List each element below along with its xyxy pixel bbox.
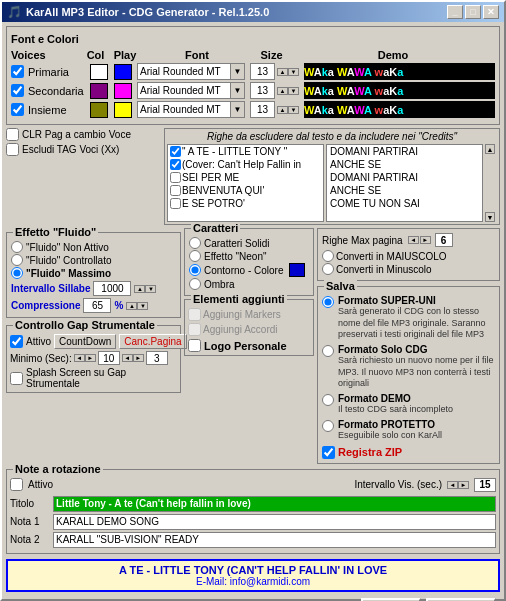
compressione-up[interactable]: ▲ xyxy=(126,302,137,310)
salva-radio-1-input[interactable] xyxy=(322,345,334,357)
font-colori-section: Font e Colori Voices Col Play Font Size … xyxy=(6,26,500,125)
righe-left-item-1[interactable]: (Cover: Can't Help Fallin in xyxy=(168,158,323,171)
righe-max-inc[interactable]: ► xyxy=(420,236,431,244)
logo-checkbox[interactable] xyxy=(188,339,201,352)
clr-pag-checkbox[interactable] xyxy=(6,128,19,141)
secondaria-size-up[interactable]: ▲ xyxy=(277,87,288,95)
righe-right-item-0[interactable]: DOMANI PARTIRAI xyxy=(327,145,482,158)
insieme-play-color[interactable] xyxy=(114,102,132,118)
caratteri-radio-2-label: Effetto "Neon" xyxy=(204,251,267,262)
gap-input[interactable] xyxy=(146,351,168,365)
righe-right-item-4[interactable]: COME TU NON SAI xyxy=(327,197,482,210)
annulla-button[interactable]: Annulla xyxy=(361,598,421,602)
scroll-up-btn[interactable]: ▲ xyxy=(485,144,495,154)
righe-left-check-0[interactable] xyxy=(170,146,181,157)
righe-scrollbar[interactable]: ▲ ▼ xyxy=(485,144,497,222)
righe-left-check-4[interactable] xyxy=(170,198,181,209)
elementi-section: Elementi aggiunti Aggiungi Markers Aggiu… xyxy=(184,299,314,356)
salva-radio-0-input[interactable] xyxy=(322,296,334,308)
righe-left-check-1[interactable] xyxy=(170,159,181,170)
righe-right-item-2[interactable]: DOMANI PARTIRAI xyxy=(327,171,482,184)
intervallo-up[interactable]: ▲ xyxy=(134,285,145,293)
secondaria-size-down[interactable]: ▼ xyxy=(288,87,299,95)
gap-dec[interactable]: ◄ xyxy=(122,354,133,362)
primaria-demo-text: WAka WAWA waKa xyxy=(304,66,403,78)
caratteri-radio-4-input[interactable] xyxy=(189,278,201,290)
minimo-input[interactable] xyxy=(98,351,120,365)
insieme-size-input[interactable] xyxy=(250,101,275,118)
insieme-font-select[interactable]: Arial Rounded MT xyxy=(137,101,245,118)
compressione-down[interactable]: ▼ xyxy=(137,302,148,310)
righe-max-dec[interactable]: ◄ xyxy=(408,236,419,244)
maximize-button[interactable]: □ xyxy=(465,5,481,19)
accordi-checkbox[interactable] xyxy=(188,323,201,336)
note-nota2-input[interactable] xyxy=(53,532,496,548)
fluido-radio-2-input[interactable] xyxy=(11,254,23,266)
minimo-inc[interactable]: ► xyxy=(85,354,96,362)
insieme-size-up[interactable]: ▲ xyxy=(277,106,288,114)
righe-right-item-3[interactable]: ANCHE SE xyxy=(327,184,482,197)
righe-right-item-1[interactable]: ANCHE SE xyxy=(327,158,482,171)
insieme-size-down[interactable]: ▼ xyxy=(288,106,299,114)
registra-zip-row: Registra ZIP xyxy=(322,446,495,459)
righe-left-check-3[interactable] xyxy=(170,185,181,196)
canc-pagina-button[interactable]: Canc.Pagina xyxy=(119,334,186,349)
note-intervallo-dec[interactable]: ◄ xyxy=(447,481,458,489)
secondaria-checkbox[interactable] xyxy=(11,84,24,97)
escludi-tag-checkbox[interactable] xyxy=(6,143,19,156)
insieme-checkbox[interactable] xyxy=(11,103,24,116)
secondaria-play-color[interactable] xyxy=(114,83,132,99)
salva-radio-3-input[interactable] xyxy=(322,420,334,432)
note-title: Note a rotazione xyxy=(13,463,103,475)
countdown-button[interactable]: CountDown xyxy=(54,334,116,349)
play-header: Play xyxy=(110,49,140,61)
primaria-size-input[interactable] xyxy=(250,63,275,80)
secondaria-col-color[interactable] xyxy=(90,83,108,99)
salva-radio-1: Formato Solo CDG Sarà richiesto un nuovo… xyxy=(322,344,495,390)
compressione-input[interactable] xyxy=(83,298,111,313)
splash-checkbox[interactable] xyxy=(10,372,23,385)
note-titolo-input[interactable] xyxy=(53,496,496,512)
secondaria-size-input[interactable] xyxy=(250,82,275,99)
righe-left-item-0[interactable]: " A TE - LITTLE TONY " xyxy=(168,145,323,158)
intervallo-input[interactable] xyxy=(93,281,131,296)
intervallo-down[interactable]: ▼ xyxy=(145,285,156,293)
minimo-dec[interactable]: ◄ xyxy=(74,354,85,362)
scroll-down-btn[interactable]: ▼ xyxy=(485,212,495,222)
registra-zip-checkbox[interactable] xyxy=(322,446,335,459)
insieme-col-color[interactable] xyxy=(90,102,108,118)
note-nota1-input[interactable] xyxy=(53,514,496,530)
righe-left-item-3[interactable]: BENVENUTA QUI' xyxy=(168,184,323,197)
markers-checkbox[interactable] xyxy=(188,308,201,321)
minuscolo-radio[interactable] xyxy=(322,263,334,275)
secondaria-font-select[interactable]: Arial Rounded MT xyxy=(137,82,245,99)
fluido-radio-3-input[interactable] xyxy=(11,267,23,279)
caratteri-radio-1-input[interactable] xyxy=(189,237,201,249)
primaria-size-up[interactable]: ▲ xyxy=(277,68,288,76)
elementi-title: Elementi aggiunti xyxy=(191,293,287,305)
compressione-pct: % xyxy=(114,300,123,311)
attivo-checkbox[interactable] xyxy=(10,335,23,348)
gap-inc[interactable]: ► xyxy=(133,354,144,362)
caratteri-radio-3-input[interactable] xyxy=(189,264,201,276)
righe-left-item-2[interactable]: SEI PER ME xyxy=(168,171,323,184)
primaria-play-color[interactable] xyxy=(114,64,132,80)
note-attivo-checkbox[interactable] xyxy=(10,478,23,491)
fluido-radio-1-input[interactable] xyxy=(11,241,23,253)
primaria-checkbox[interactable] xyxy=(11,65,24,78)
status-email: E-Mail: info@karmidi.com xyxy=(13,576,493,587)
fluido-radio-3: "Fluido" Massimo xyxy=(11,267,176,279)
note-intervallo-inc[interactable]: ► xyxy=(458,481,469,489)
primaria-col-color[interactable] xyxy=(90,64,108,80)
primaria-size-down[interactable]: ▼ xyxy=(288,68,299,76)
close-button[interactable]: ✕ xyxy=(483,5,499,19)
esegui-button[interactable]: Esegui xyxy=(426,598,496,602)
caratteri-radio-2-input[interactable] xyxy=(189,250,201,262)
righe-left-check-2[interactable] xyxy=(170,172,181,183)
maiuscolo-radio[interactable] xyxy=(322,250,334,262)
minimize-button[interactable]: _ xyxy=(447,5,463,19)
righe-left-item-4[interactable]: E SE POTRO' xyxy=(168,197,323,210)
salva-radio-2-input[interactable] xyxy=(322,394,334,406)
contorno-color-box[interactable] xyxy=(289,263,305,277)
primaria-font-select[interactable]: Arial Rounded MT xyxy=(137,63,245,80)
